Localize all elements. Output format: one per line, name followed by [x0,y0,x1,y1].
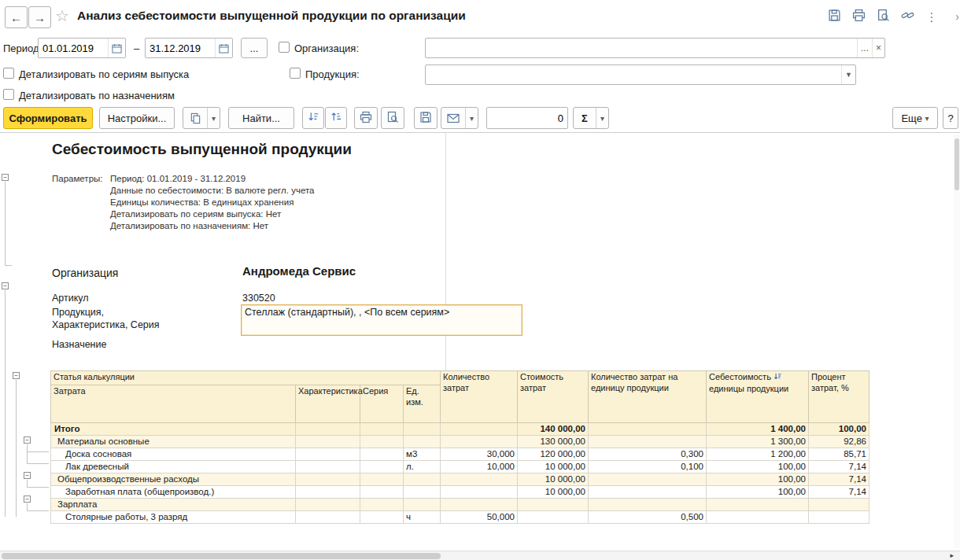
table-cell[interactable]: 100,00 [809,423,870,436]
collapse-marker[interactable]: − [13,372,20,379]
date-from-field[interactable] [38,38,126,58]
table-cell[interactable]: 130 000,00 [518,436,589,448]
table-cell[interactable]: 100,00 [707,486,809,499]
find-button[interactable]: Найти... [228,107,294,129]
org-filter-checkbox[interactable] [279,42,290,53]
table-cell[interactable] [589,473,707,486]
more-menu-button[interactable]: ⋮ [922,7,941,26]
period-variants-button[interactable]: ... [241,38,268,58]
table-cell[interactable]: 120 000,00 [518,448,589,461]
collapse-groups-button[interactable] [302,107,324,129]
table-cell[interactable]: 0,300 [589,448,707,461]
collapse-marker[interactable]: − [24,437,31,444]
more-actions-button[interactable]: Еще ▾ [892,107,938,129]
table-row[interactable]: Зарплата [51,499,870,511]
table-row[interactable]: Общепроизводственные расходы10 000,00100… [51,473,870,486]
table-cell[interactable] [296,499,360,511]
table-cell[interactable] [518,499,589,511]
org-filter-input[interactable] [426,42,857,54]
table-cell[interactable] [518,511,589,524]
header-percent[interactable]: Процент затрат, % [809,371,870,423]
table-cell[interactable] [296,448,360,461]
date-to-input[interactable] [146,42,215,54]
collapse-marker[interactable]: − [2,174,9,181]
collapse-marker[interactable]: − [2,282,9,289]
print-toolbar-button[interactable] [354,107,378,129]
table-cell[interactable]: Материалы основные [51,436,296,448]
table-cell[interactable] [360,461,404,473]
table-cell[interactable] [404,486,441,499]
table-cell[interactable] [809,499,870,511]
table-cell[interactable]: Зарплата [51,499,296,511]
table-cell[interactable]: Общепроизводственные расходы [51,473,296,486]
table-cell[interactable] [441,499,518,511]
product-filter-checkbox[interactable] [290,68,301,79]
vertical-scrollbar-thumb[interactable] [954,138,959,190]
help-button[interactable]: ? [943,107,958,129]
table-cell[interactable]: 0,500 [589,511,707,524]
scroll-right-arrow-icon[interactable]: ▸ [950,551,954,560]
table-cell[interactable] [441,436,518,448]
table-cell[interactable] [404,423,441,436]
table-cell[interactable]: 140 000,00 [518,423,589,436]
get-link-button[interactable] [898,7,917,26]
table-cell[interactable]: Итого [51,423,296,436]
table-cell[interactable]: 7,14 [809,461,870,473]
table-cell[interactable] [296,461,360,473]
autosum-field[interactable] [486,107,568,129]
table-cell[interactable] [441,486,518,499]
table-row[interactable]: Итого140 000,001 400,00100,00 [51,423,870,436]
selected-product-cell[interactable]: Стеллаж (стандартный), , <По всем сериям… [241,304,522,336]
detail-purpose-checkbox[interactable] [3,89,14,100]
table-cell[interactable] [360,473,404,486]
table-cell[interactable] [441,423,518,436]
table-cell[interactable] [360,486,404,499]
date-to-field[interactable] [145,38,233,58]
table-cell[interactable] [360,423,404,436]
table-cell[interactable] [809,511,870,524]
table-row[interactable]: Заработная плата (общепроизвод.)10 000,0… [51,486,870,499]
table-cell[interactable] [404,473,441,486]
preview-toolbar-button[interactable] [381,107,404,129]
table-cell[interactable]: 10 000,00 [518,486,589,499]
table-cell[interactable] [589,486,707,499]
expand-groups-button[interactable] [325,107,347,129]
save-toolbar-button[interactable] [414,107,438,129]
table-cell[interactable]: Доска сосновая [51,448,296,461]
product-dropdown-button[interactable]: ▼ [841,65,855,84]
table-cell[interactable]: Лак древесный [51,461,296,473]
table-cell[interactable] [441,473,518,486]
table-cell[interactable]: м3 [404,448,441,461]
product-filter-input[interactable] [426,69,841,81]
back-button[interactable]: ← [5,6,28,28]
horizontal-scrollbar-thumb[interactable] [2,553,441,559]
table-cell[interactable]: 10 000,00 [518,473,589,486]
table-cell[interactable]: Заработная плата (общепроизвод.) [51,486,296,499]
collapse-marker[interactable]: − [24,472,31,479]
table-row[interactable]: Лак древесныйл.10,00010 000,000,100100,0… [51,461,870,473]
table-cell[interactable] [296,423,360,436]
send-mail-button[interactable]: ▾ [441,107,478,129]
table-cell[interactable]: 0,100 [589,461,707,473]
header-cost[interactable]: Стоимость затрат [518,371,589,423]
table-cell[interactable] [589,499,707,511]
table-cell[interactable]: 30,000 [441,448,518,461]
table-cell[interactable]: 7,14 [809,473,870,486]
header-qty[interactable]: Количество затрат [441,371,518,423]
horizontal-scrollbar[interactable]: ▸ [0,551,960,560]
save-button[interactable] [825,7,844,26]
sum-button[interactable]: Σ ▾ [573,107,609,129]
org-filter-field[interactable]: ... × [425,38,885,58]
table-cell[interactable]: л. [404,461,441,473]
print-button[interactable] [849,7,868,26]
table-cell[interactable] [707,499,809,511]
autosum-input[interactable] [487,112,567,124]
detail-series-checkbox[interactable] [3,68,14,79]
org-clear-button[interactable]: × [872,39,884,57]
header-series[interactable]: Серия [360,385,404,423]
product-filter-field[interactable]: ▼ [425,64,856,85]
calendar-icon[interactable] [215,39,232,57]
table-cell[interactable] [360,448,404,461]
table-cell[interactable] [360,511,404,524]
preview-button[interactable] [873,7,892,26]
